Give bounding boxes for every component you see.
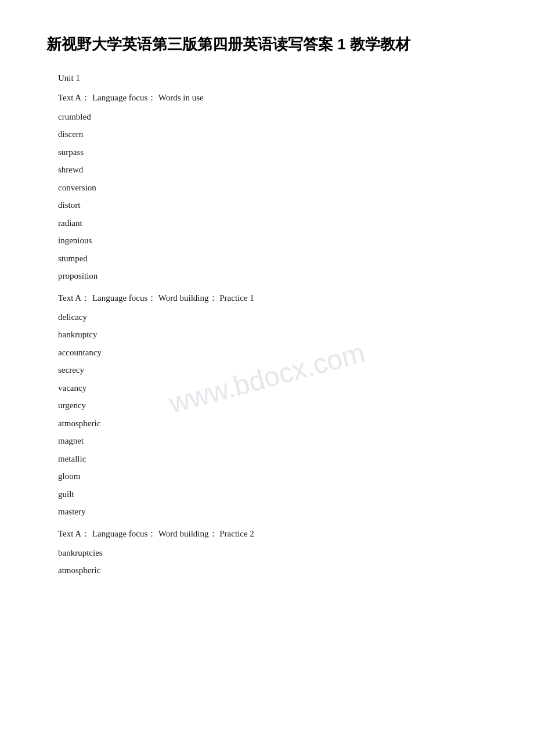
word-gloom: gloom [58, 467, 488, 485]
word-atmospheric: atmospheric [58, 415, 488, 433]
content-area: Unit 1 Text A： Language focus： Words in … [46, 71, 488, 579]
word-distort: distort [58, 196, 488, 214]
word-secrecy: secrecy [58, 361, 488, 379]
word-delicacy: delicacy [58, 308, 488, 326]
text-a-word-building-2: Text A： Language focus： Word building： P… [58, 527, 488, 541]
word-mastery: mastery [58, 503, 488, 521]
word-discern: discern [58, 125, 488, 143]
word-metallic: metallic [58, 450, 488, 468]
word-bankruptcies: bankruptcies [58, 544, 488, 562]
word-accountancy: accountancy [58, 344, 488, 362]
page-title: 新视野大学英语第三版第四册英语读写答案 1 教学教材 [46, 35, 488, 55]
word-crumbled: crumbled [58, 108, 488, 126]
text-a-word-building-1: Text A： Language focus： Word building： P… [58, 291, 488, 305]
text-a-words-in-use: Text A： Language focus： Words in use [58, 91, 488, 105]
word-bankruptcy: bankruptcy [58, 326, 488, 344]
word-shrewd: shrewd [58, 161, 488, 179]
word-stumped: stumped [58, 250, 488, 268]
word-magnet: magnet [58, 432, 488, 450]
word-surpass: surpass [58, 143, 488, 161]
word-ingenious: ingenious [58, 232, 488, 250]
word-vacancy: vacancy [58, 379, 488, 397]
word-proposition: proposition [58, 267, 488, 285]
word-urgency: urgency [58, 397, 488, 415]
word-conversion: conversion [58, 179, 488, 197]
word-guilt: guilt [58, 485, 488, 503]
unit1-header: Unit 1 [58, 71, 488, 85]
word-radiant: radiant [58, 214, 488, 232]
word-atmospheric-2: atmospheric [58, 561, 488, 579]
